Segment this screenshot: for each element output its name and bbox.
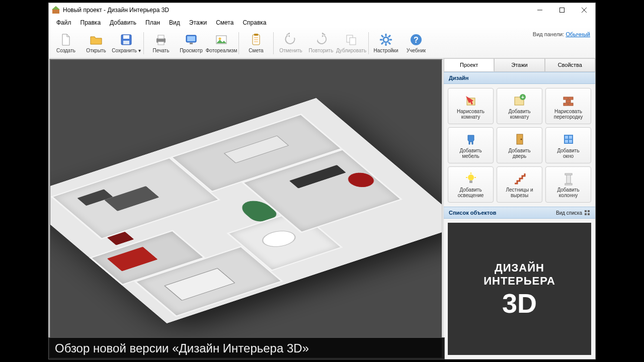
light-icon [464, 171, 478, 186]
svg-rect-58 [588, 210, 590, 212]
svg-rect-60 [588, 213, 590, 215]
promo-line-3: 3D [502, 290, 537, 317]
svg-rect-50 [469, 180, 472, 183]
tool-duplicate: Дублировать [336, 29, 366, 57]
toolbar-separator [238, 32, 239, 54]
titlebar: Новый проект - Дизайн Интерьера 3D [49, 3, 595, 17]
menubar: ФайлПравкаДобавитьПланВидЭтажиСметаСправ… [49, 17, 595, 28]
svg-line-30 [388, 42, 390, 44]
wall-icon [561, 93, 576, 107]
duplicate-icon [344, 33, 358, 47]
main-area: ПроектЭтажиСвойства Дизайн Нарисоватьком… [49, 58, 595, 359]
undo-icon [284, 33, 298, 47]
menu-5[interactable]: Этажи [185, 18, 211, 27]
svg-rect-11 [158, 42, 164, 45]
svg-line-29 [381, 35, 383, 37]
toolbar: СоздатьОткрытьСохранить ▾ПечатьПросмотрФ… [49, 28, 595, 58]
svg-rect-43 [569, 103, 573, 106]
design-door[interactable]: Добавитьдверь [497, 127, 542, 163]
draw-room-icon [464, 93, 478, 107]
design-tools-grid: Нарисоватькомнату+ДобавитькомнатуНарисов… [444, 84, 595, 207]
tab-1[interactable]: Этажи [494, 58, 544, 71]
tool-file[interactable]: Создать [51, 29, 81, 57]
svg-point-16 [219, 38, 221, 40]
tool-gear[interactable]: Настройки [371, 29, 401, 57]
tool-clipboard[interactable]: Смета [241, 29, 271, 57]
design-window[interactable]: Добавитьокно [545, 127, 591, 163]
object-list-label: Список объектов [449, 210, 496, 216]
svg-rect-10 [158, 35, 164, 39]
menu-1[interactable]: Правка [76, 18, 106, 27]
tool-redo: Повторить [306, 29, 336, 57]
redo-icon [314, 33, 328, 47]
window-controls [529, 3, 595, 17]
svg-text:+: + [521, 95, 524, 100]
svg-rect-3 [560, 8, 565, 13]
close-button[interactable] [573, 3, 595, 17]
folder-icon [89, 33, 103, 47]
viewport-3d[interactable] [49, 59, 443, 358]
app-icon [52, 6, 60, 14]
panel-type-value[interactable]: Обычный [566, 31, 590, 37]
tool-monitor[interactable]: Просмотр [176, 29, 206, 57]
design-column[interactable]: Добавитьколонну [545, 166, 591, 203]
svg-point-49 [468, 174, 474, 180]
svg-rect-41 [566, 100, 571, 103]
svg-rect-56 [565, 184, 572, 185]
svg-line-32 [381, 42, 383, 44]
menu-7[interactable]: Справка [238, 18, 271, 27]
column-icon [561, 171, 576, 186]
menu-2[interactable]: Добавить [105, 18, 141, 27]
print-icon [154, 33, 168, 47]
maximize-button[interactable] [551, 3, 573, 17]
tab-0[interactable]: Проект [444, 58, 494, 71]
minimize-button[interactable] [529, 3, 551, 17]
list-view-type[interactable]: Вид списка [556, 210, 590, 216]
design-light[interactable]: Добавитьосвещение [448, 166, 494, 203]
stairs-icon [513, 171, 527, 186]
svg-point-24 [383, 37, 388, 42]
tool-save[interactable]: Сохранить ▾ [111, 29, 141, 57]
promo-line-1: ДИЗАЙН [495, 261, 544, 275]
design-stairs[interactable]: Лестницы ивырезы [497, 166, 542, 203]
video-caption: Обзор новой версии «Дизайн Интерьера 3D» [48, 337, 445, 359]
monitor-icon [184, 33, 198, 47]
design-add-room[interactable]: +Добавитькомнату [497, 88, 542, 124]
promo-banner: ДИЗАЙН ИНТЕРЬЕРА 3D [448, 223, 591, 355]
menu-4[interactable]: Вид [165, 18, 185, 27]
design-draw-room[interactable]: Нарисоватькомнату [448, 88, 494, 124]
svg-rect-23 [350, 38, 356, 45]
gear-icon [379, 33, 393, 47]
toolbar-separator [368, 32, 369, 54]
svg-text:?: ? [414, 36, 419, 44]
svg-rect-55 [565, 173, 572, 175]
svg-line-31 [388, 35, 390, 37]
menu-3[interactable]: План [141, 18, 165, 27]
svg-rect-13 [187, 36, 195, 41]
svg-rect-0 [52, 9, 59, 14]
svg-rect-14 [190, 43, 193, 44]
design-chair[interactable]: Добавитьмебель [448, 127, 494, 163]
tool-help[interactable]: ?Учебник [401, 29, 431, 57]
tool-folder[interactable]: Открыть [81, 29, 111, 57]
app-window: Новый проект - Дизайн Интерьера 3D ФайлП… [48, 3, 596, 359]
svg-rect-18 [254, 34, 258, 36]
design-wall[interactable]: Нарисоватьперегородку [545, 88, 591, 124]
menu-6[interactable]: Смета [211, 18, 238, 27]
door-icon [513, 132, 527, 146]
tool-print[interactable]: Печать [146, 29, 176, 57]
caption-text: Обзор новой версии «Дизайн Интерьера 3D» [55, 341, 309, 355]
toolbar-separator [143, 32, 144, 54]
file-icon [59, 33, 73, 47]
photo-icon [214, 33, 228, 47]
menu-0[interactable]: Файл [52, 18, 76, 27]
window-title: Новый проект - Дизайн Интерьера 3D [63, 7, 529, 14]
window-icon [561, 132, 576, 146]
tab-2[interactable]: Свойства [545, 58, 595, 71]
tool-photo[interactable]: Фотореализм [206, 29, 236, 57]
promo-line-2: ИНТЕРЬЕРА [484, 275, 555, 288]
save-icon [119, 33, 133, 47]
svg-rect-40 [569, 97, 573, 100]
panel-type-selector[interactable]: Вид панели: Обычный [533, 31, 590, 37]
svg-rect-54 [567, 174, 571, 184]
